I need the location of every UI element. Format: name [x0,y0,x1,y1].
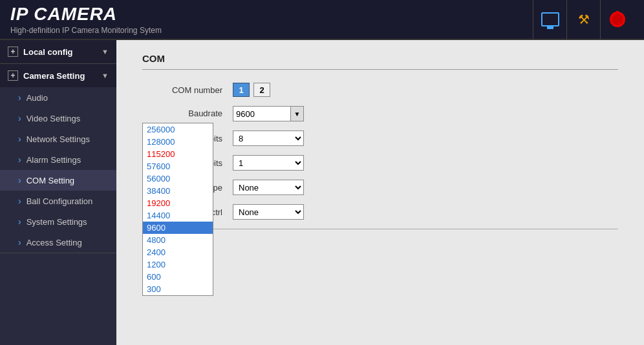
baudrate-option-9600[interactable]: 9600 [143,222,213,234]
baudrate-option-1200[interactable]: 1200 [143,258,213,271]
camera-setting-label: Camera Setting [23,71,85,81]
video-settings-bullet-icon: › [18,113,21,123]
save-row: Save [142,242,618,273]
monitor-button[interactable] [533,0,566,39]
power-button[interactable] [600,0,634,39]
power-icon [610,12,625,27]
camera-setting-plus-icon: + [8,70,18,81]
check-type-control: None Odd Even [233,180,304,195]
header: IP CAMERA High-definition IP Camera Moni… [0,0,644,40]
com-setting-bullet-icon: › [18,175,21,185]
baudrate-option-2400[interactable]: 2400 [143,246,213,258]
com-number-label: COM number [142,85,233,95]
ball-configuration-bullet-icon: › [18,196,21,206]
baudrate-option-19200[interactable]: 19200 [143,197,213,209]
com-setting-label: COM Setting [27,176,74,185]
stop-bits-row: Stop bits 1 2 [142,155,618,171]
sidebar-item-com-setting[interactable]: › COM Setting [0,170,116,191]
stop-bits-control: 1 2 [233,155,304,171]
data-bits-control: 8 7 6 5 [233,131,304,146]
com-number-btn-1[interactable]: 1 [233,83,250,97]
local-config-section: + Local config ▼ [0,40,116,64]
wrench-icon: ⚒ [578,12,590,27]
com-number-control: 1 2 [233,83,270,97]
section-title: COM [142,53,618,70]
local-config-arrow-icon: ▼ [102,48,109,56]
com-number-btn-2[interactable]: 2 [253,83,270,97]
sidebar: + Local config ▼ + Camera Setting ▼ › Au… [0,40,116,345]
baudrate-select-display[interactable]: 9600 [233,106,291,121]
network-settings-bullet-icon: › [18,134,21,144]
baudrate-control: 9600 ▼ 256000 128000 115200 57600 56000 … [233,106,304,121]
check-type-select[interactable]: None Odd Even [233,180,304,195]
baudrate-option-256000[interactable]: 256000 [143,123,213,136]
baudrate-option-57600[interactable]: 57600 [143,160,213,172]
header-title-block: IP CAMERA High-definition IP Camera Moni… [10,4,533,35]
local-config-plus-icon: + [8,47,18,57]
baudrate-option-115200[interactable]: 115200 [143,148,213,160]
camera-setting-arrow-icon: ▼ [102,72,109,79]
baudrate-option-4800[interactable]: 4800 [143,234,213,246]
ball-configuration-label: Ball Configuration [27,196,93,206]
baudrate-dropdown-list: 256000 128000 115200 57600 56000 38400 1… [142,123,213,296]
settings-button[interactable]: ⚒ [566,0,600,39]
sidebar-item-video-settings[interactable]: › Video Settings [0,108,116,129]
flow-ctrl-row: Flow ctrl None Hardware Software [142,204,618,220]
baudrate-label: Baudrate [142,106,233,118]
local-config-header[interactable]: + Local config ▼ [0,40,116,63]
camera-setting-section: + Camera Setting ▼ › Audio › Video Setti… [0,64,116,253]
baudrate-row: Baudrate 9600 ▼ 256000 128000 115200 576… [142,106,618,121]
header-icons: ⚒ [533,0,634,39]
content-divider [142,229,618,229]
baudrate-option-300[interactable]: 300 [143,283,213,295]
audio-bullet-icon: › [18,92,21,103]
app-subtitle: High-definition IP Camera Monitoring Syt… [10,26,533,35]
access-setting-bullet-icon: › [18,237,21,247]
baudrate-option-56000[interactable]: 56000 [143,172,213,185]
alarm-settings-bullet-icon: › [18,154,21,165]
sidebar-item-access-setting[interactable]: › Access Setting [0,232,116,253]
stop-bits-select[interactable]: 1 2 [233,155,304,171]
sidebar-item-system-settings[interactable]: › System Settings [0,211,116,232]
baudrate-option-128000[interactable]: 128000 [143,136,213,148]
check-type-row: Check type None Odd Even [142,180,618,195]
system-settings-bullet-icon: › [18,216,21,227]
monitor-icon [541,12,559,26]
content-area: COM COM number 1 2 Baudrate 9600 ▼ [116,40,644,345]
local-config-label: Local config [23,47,73,57]
alarm-settings-label: Alarm Settings [27,155,81,165]
flow-ctrl-control: None Hardware Software [233,204,304,220]
audio-label: Audio [27,93,48,103]
sidebar-item-alarm-settings[interactable]: › Alarm Settings [0,149,116,170]
main-layout: + Local config ▼ + Camera Setting ▼ › Au… [0,40,644,345]
baudrate-option-14400[interactable]: 14400 [143,209,213,222]
baudrate-option-38400[interactable]: 38400 [143,185,213,197]
video-settings-label: Video Settings [27,114,81,123]
camera-setting-header[interactable]: + Camera Setting ▼ [0,64,116,87]
app-title: IP CAMERA [10,4,533,25]
sidebar-item-network-settings[interactable]: › Network Settings [0,129,116,149]
data-bits-select[interactable]: 8 7 6 5 [233,131,304,146]
baudrate-option-600[interactable]: 600 [143,271,213,283]
network-settings-label: Network Settings [27,134,90,144]
system-settings-label: System Settings [27,217,87,227]
com-number-row: COM number 1 2 [142,83,618,97]
baudrate-dropdown-arrow[interactable]: ▼ [291,106,304,121]
data-bits-row: Data bits 8 7 6 5 [142,131,618,146]
access-setting-label: Access Setting [27,238,82,247]
baudrate-selected-value: 9600 [236,109,255,119]
sidebar-item-audio[interactable]: › Audio [0,87,116,108]
flow-ctrl-select[interactable]: None Hardware Software [233,204,304,220]
sidebar-item-ball-configuration[interactable]: › Ball Configuration [0,191,116,211]
